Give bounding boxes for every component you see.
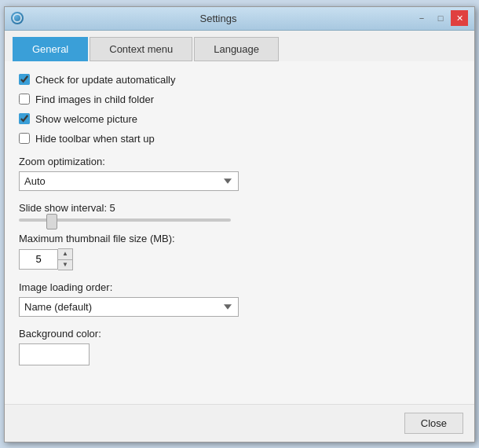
- window-title: Settings: [24, 13, 413, 24]
- background-color-group: Background color:: [19, 328, 460, 365]
- title-bar: Settings − □ ✕: [5, 7, 474, 31]
- checkbox-row-find-images: Find images in child folder: [19, 94, 460, 105]
- image-order-label: Image loading order:: [19, 281, 460, 293]
- zoom-label: Zoom optimization:: [19, 156, 460, 167]
- checkbox-row-welcome: Show welcome picture: [19, 113, 460, 125]
- maximize-button[interactable]: □: [432, 10, 449, 26]
- thumbnail-label: Maximum thumbnail file size (MB):: [19, 233, 460, 244]
- checkbox-row-toolbar: Hide toolbar when start up: [19, 133, 460, 145]
- spinner-down-button[interactable]: ▼: [58, 259, 72, 270]
- image-order-group: Image loading order: Name (default) Date…: [19, 281, 460, 317]
- spinner-buttons: ▲ ▼: [58, 248, 73, 270]
- window-close-button[interactable]: ✕: [451, 10, 468, 26]
- check-update-checkbox[interactable]: [19, 74, 30, 85]
- show-welcome-checkbox[interactable]: [19, 113, 30, 124]
- thumbnail-input[interactable]: [19, 249, 58, 270]
- checkbox-row-update: Check for update automatically: [19, 74, 460, 86]
- slide-show-slider[interactable]: [19, 214, 231, 230]
- show-welcome-label: Show welcome picture: [35, 113, 137, 125]
- find-images-label: Find images in child folder: [35, 94, 154, 105]
- hide-toolbar-label: Hide toolbar when start up: [35, 133, 155, 145]
- slide-show-group: Slide show interval: 5: [19, 202, 460, 222]
- tabs-bar: General Context menu Language: [5, 31, 474, 61]
- hide-toolbar-checkbox[interactable]: [19, 133, 30, 144]
- slide-show-label: Slide show interval: 5: [19, 202, 460, 214]
- find-images-checkbox[interactable]: [19, 94, 30, 105]
- zoom-dropdown[interactable]: Auto High quality Low quality: [19, 171, 239, 191]
- spinner-up-button[interactable]: ▲: [58, 249, 72, 259]
- tab-general[interactable]: General: [13, 37, 88, 61]
- settings-window: Settings − □ ✕ General Context menu Lang…: [4, 6, 475, 442]
- slide-show-track: [19, 218, 231, 222]
- content-area: Check for update automatically Find imag…: [5, 61, 474, 404]
- image-order-dropdown[interactable]: Name (default) Date Size Type: [19, 297, 239, 317]
- thumbnail-spinner: ▲ ▼: [19, 248, 460, 270]
- tab-context-menu[interactable]: Context menu: [90, 37, 192, 61]
- app-icon: [11, 12, 24, 24]
- close-button[interactable]: Close: [404, 413, 463, 434]
- minimize-button[interactable]: −: [413, 10, 430, 26]
- background-color-swatch[interactable]: [19, 343, 90, 365]
- zoom-optimization-group: Zoom optimization: Auto High quality Low…: [19, 156, 460, 191]
- check-update-label: Check for update automatically: [35, 74, 175, 86]
- title-controls: − □ ✕: [413, 10, 468, 26]
- footer: Close: [5, 404, 474, 442]
- background-color-label: Background color:: [19, 328, 460, 340]
- thumbnail-size-group: Maximum thumbnail file size (MB): ▲ ▼: [19, 233, 460, 270]
- tab-language[interactable]: Language: [194, 37, 279, 61]
